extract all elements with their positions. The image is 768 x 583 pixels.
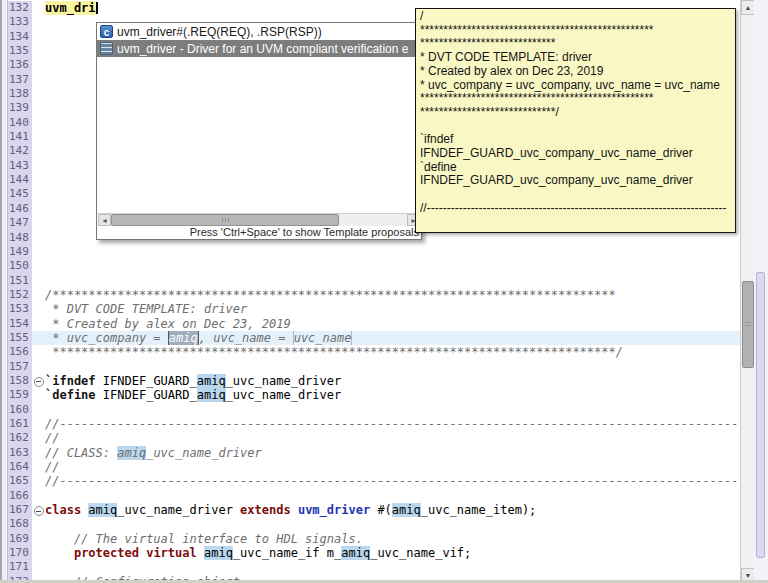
code-text: // xyxy=(45,431,740,445)
code-line[interactable]: 152/************************************… xyxy=(0,288,740,302)
code-text: /***************************************… xyxy=(45,288,740,302)
code-line[interactable]: 157 xyxy=(0,360,740,374)
code-text: // xyxy=(45,460,740,474)
code-text: // CLASS: amiq_uvc_name_driver xyxy=(45,446,740,460)
completion-item-label: uvm_driver#(.REQ(REQ), .RSP(RSP)) xyxy=(117,25,322,39)
fold-margin xyxy=(32,345,45,359)
code-text: `define IFNDEF_GUARD_amiq_uvc_name_drive… xyxy=(45,388,740,402)
code-line[interactable]: 161//-----------------------------------… xyxy=(0,417,740,431)
overview-range-indicator[interactable] xyxy=(756,272,765,558)
fold-margin xyxy=(32,159,45,173)
template-icon xyxy=(100,42,113,55)
fold-margin xyxy=(32,560,45,574)
code-text: //--------------------------------------… xyxy=(45,417,740,431)
code-line[interactable]: 159`define IFNDEF_GUARD_amiq_uvc_name_dr… xyxy=(0,388,740,402)
fold-margin xyxy=(32,388,45,402)
vertical-scrollbar[interactable]: ▴ ▾ xyxy=(740,0,754,583)
code-line[interactable]: 167class amiq_uvc_name_driver extends uv… xyxy=(0,503,740,517)
code-text: * Created by alex on Dec 23, 2019 xyxy=(45,317,740,331)
code-text xyxy=(45,560,740,574)
popup-scrollbar-thumb[interactable] xyxy=(111,214,339,226)
code-text: ****************************************… xyxy=(45,345,740,359)
fold-margin xyxy=(32,144,45,158)
fold-margin xyxy=(32,245,45,259)
annotation-marker-bar xyxy=(0,0,8,583)
fold-margin xyxy=(32,532,45,546)
fold-margin xyxy=(32,30,45,44)
code-line[interactable]: 150 xyxy=(0,259,740,273)
code-text: * DVT CODE TEMPLATE: driver xyxy=(45,302,740,316)
fold-margin xyxy=(32,460,45,474)
code-text: // The virtual interface to HDL signals. xyxy=(45,532,740,546)
template-preview-tooltip: /***************************************… xyxy=(415,8,736,233)
fold-margin xyxy=(32,87,45,101)
completion-item-label: uvm_driver - Driver for an UVM compliant… xyxy=(117,42,408,56)
code-line[interactable]: 149 xyxy=(0,245,740,259)
fold-marker-icon[interactable] xyxy=(32,374,45,388)
popup-horizontal-scrollbar[interactable]: ◂ ▸ xyxy=(98,213,420,226)
code-line[interactable]: 168 xyxy=(0,517,740,531)
fold-margin xyxy=(32,187,45,201)
code-line[interactable]: 160 xyxy=(0,403,740,417)
fold-margin xyxy=(32,15,45,29)
code-text: class amiq_uvc_name_driver extends uvm_d… xyxy=(45,503,740,517)
code-line[interactable]: 158`ifndef IFNDEF_GUARD_amiq_uvc_name_dr… xyxy=(0,374,740,388)
code-line[interactable]: 154 * Created by alex on Dec 23, 2019 xyxy=(0,317,740,331)
fold-margin xyxy=(32,360,45,374)
scroll-up-icon[interactable]: ▴ xyxy=(741,0,755,15)
code-line[interactable]: 162// xyxy=(0,431,740,445)
template-preview-content: /***************************************… xyxy=(420,10,731,216)
code-text xyxy=(45,274,740,288)
code-text: * uvc_company = amiq, uvc_name = uvc_nam… xyxy=(45,331,740,345)
fold-margin xyxy=(32,403,45,417)
fold-margin xyxy=(32,1,45,15)
fold-margin xyxy=(32,274,45,288)
code-text xyxy=(45,489,740,503)
code-text: `ifndef IFNDEF_GUARD_amiq_uvc_name_drive… xyxy=(45,374,740,388)
code-line[interactable]: 163// CLASS: amiq_uvc_name_driver xyxy=(0,446,740,460)
code-line[interactable]: 153 * DVT CODE TEMPLATE: driver xyxy=(0,302,740,316)
code-text xyxy=(45,259,740,273)
scrollbar-thumb[interactable] xyxy=(742,281,754,368)
text-cursor xyxy=(96,2,98,14)
code-line[interactable]: 151 xyxy=(0,274,740,288)
code-line[interactable]: 171 xyxy=(0,560,740,574)
code-line[interactable]: 164// xyxy=(0,460,740,474)
fold-margin xyxy=(32,173,45,187)
fold-margin xyxy=(32,417,45,431)
fold-margin xyxy=(32,288,45,302)
fold-margin xyxy=(32,489,45,503)
fold-margin xyxy=(32,431,45,445)
fold-marker-icon[interactable] xyxy=(32,503,45,517)
code-line[interactable]: 156 ************************************… xyxy=(0,345,740,359)
fold-margin xyxy=(32,216,45,230)
code-text xyxy=(45,403,740,417)
fold-margin xyxy=(32,116,45,130)
completion-item[interactable]: uvm_driver - Driver for an UVM compliant… xyxy=(97,40,421,57)
scroll-left-icon[interactable]: ◂ xyxy=(98,214,111,226)
fold-margin xyxy=(32,130,45,144)
fold-margin xyxy=(32,202,45,216)
fold-margin xyxy=(32,546,45,560)
fold-margin xyxy=(32,58,45,72)
fold-margin xyxy=(32,44,45,58)
code-text xyxy=(45,517,740,531)
completion-item[interactable]: cuvm_driver#(.REQ(REQ), .RSP(RSP)) xyxy=(97,23,421,40)
code-text: //--------------------------------------… xyxy=(45,474,740,488)
fold-margin xyxy=(32,317,45,331)
code-line[interactable]: 166 xyxy=(0,489,740,503)
overview-ruler[interactable] xyxy=(754,0,768,583)
fold-margin xyxy=(32,302,45,316)
code-text xyxy=(45,245,740,259)
code-text: protected virtual amiq_uvc_name_if m_ami… xyxy=(45,546,740,560)
code-line[interactable]: 170 protected virtual amiq_uvc_name_if m… xyxy=(0,546,740,560)
code-line[interactable]: 165//-----------------------------------… xyxy=(0,474,740,488)
code-text xyxy=(45,360,740,374)
completion-list: cuvm_driver#(.REQ(REQ), .RSP(RSP))uvm_dr… xyxy=(97,23,421,213)
fold-margin xyxy=(32,101,45,115)
code-line[interactable]: 155 * uvc_company = amiq, uvc_name = uvc… xyxy=(0,331,740,345)
fold-margin xyxy=(32,259,45,273)
popup-status-hint: Press 'Ctrl+Space' to show Template prop… xyxy=(97,226,419,239)
fold-margin xyxy=(32,517,45,531)
code-line[interactable]: 169 // The virtual interface to HDL sign… xyxy=(0,532,740,546)
